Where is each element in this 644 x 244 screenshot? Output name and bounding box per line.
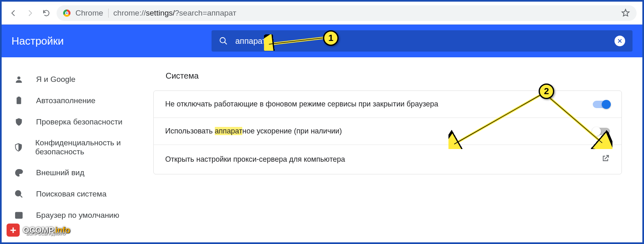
settings-search-box[interactable]	[212, 30, 633, 52]
svg-point-4	[16, 191, 21, 196]
annotation-badge-2: 2	[539, 84, 554, 99]
annotation-badge-1: 1	[323, 30, 339, 46]
section-title: Система	[166, 71, 622, 81]
sidebar-item-you-and-google[interactable]: Я и Google	[2, 69, 149, 90]
system-card: Не отключать работающие в фоновом режиме…	[153, 90, 622, 174]
watermark: + OCOMP.info ВОПРОСЫ АДМИНУ	[7, 224, 70, 237]
sidebar-item-label: Поисковая система	[36, 190, 107, 199]
watermark-icon: +	[7, 224, 20, 237]
sidebar-item-privacy[interactable]: Конфиденциальность и безопасность	[2, 133, 149, 162]
sidebar-item-label: Внешний вид	[36, 168, 84, 177]
search-icon	[219, 36, 228, 45]
back-button[interactable]	[7, 7, 20, 19]
row-label: Использовать аппаратное ускорение (при н…	[165, 127, 342, 136]
browser-toolbar: Chrome chrome://settings/?search=аппарат	[2, 2, 642, 25]
forward-button[interactable]	[24, 7, 36, 19]
browser-icon	[14, 210, 24, 220]
address-url: chrome://settings/?search=аппарат	[114, 9, 237, 18]
sidebar-item-label: Проверка безопасности	[36, 117, 123, 127]
bookmark-star-icon[interactable]	[621, 9, 630, 18]
toggle-hardware-acceleration[interactable]	[593, 128, 610, 135]
page-title: Настройки	[11, 35, 200, 47]
svg-rect-3	[18, 97, 20, 98]
shield-half-icon	[14, 142, 23, 152]
svg-rect-5	[16, 212, 23, 219]
settings-main: Система Не отключать работающие в фоново…	[149, 57, 642, 242]
sidebar-item-safety-check[interactable]: Проверка безопасности	[2, 111, 149, 133]
svg-point-1	[17, 77, 20, 79]
sidebar-item-label: Я и Google	[36, 75, 75, 84]
address-bar[interactable]: Chrome chrome://settings/?search=аппарат	[57, 5, 637, 21]
row-proxy-settings[interactable]: Открыть настройки прокси-сервера для ком…	[154, 145, 621, 174]
row-label: Не отключать работающие в фоновом режиме…	[165, 100, 438, 108]
svg-rect-2	[17, 97, 21, 104]
sidebar-item-default-browser[interactable]: Браузер по умолчанию	[2, 205, 149, 226]
external-link-icon	[601, 154, 610, 165]
settings-header: Настройки	[2, 25, 642, 57]
sidebar-item-autofill[interactable]: Автозаполнение	[2, 90, 149, 111]
address-label: Chrome	[75, 9, 103, 18]
chrome-icon	[63, 9, 71, 17]
clear-search-button[interactable]	[614, 36, 625, 46]
svg-point-0	[220, 38, 225, 43]
toggle-background-apps[interactable]	[593, 101, 610, 108]
search-icon	[14, 189, 24, 199]
row-hardware-acceleration: Использовать аппаратное ускорение (при н…	[154, 117, 621, 145]
shield-check-icon	[14, 117, 24, 127]
watermark-subtitle: ВОПРОСЫ АДМИНУ	[26, 231, 66, 236]
palette-icon	[14, 168, 24, 178]
row-label: Открыть настройки прокси-сервера для ком…	[165, 155, 345, 164]
sidebar-item-label: Автозаполнение	[36, 96, 96, 105]
person-icon	[14, 75, 24, 84]
settings-search-input[interactable]	[235, 36, 607, 46]
settings-sidebar: Я и Google Автозаполнение Проверка безоп…	[2, 57, 149, 242]
sidebar-item-label: Конфиденциальность и безопасность	[35, 138, 137, 156]
sidebar-item-appearance[interactable]: Внешний вид	[2, 162, 149, 183]
divider	[108, 9, 109, 18]
sidebar-item-search-engine[interactable]: Поисковая система	[2, 183, 149, 205]
clipboard-icon	[14, 96, 24, 106]
sidebar-item-label: Браузер по умолчанию	[36, 211, 119, 220]
reload-button[interactable]	[40, 7, 52, 19]
